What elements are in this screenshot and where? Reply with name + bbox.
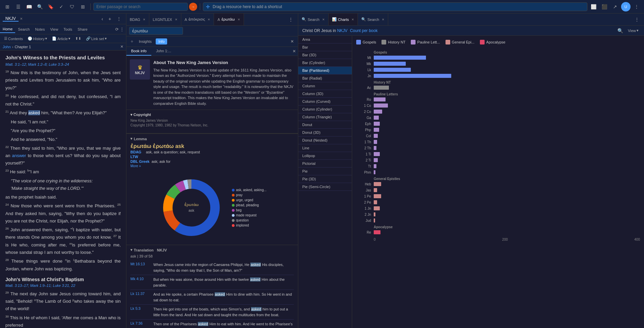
nav-icon2[interactable]: ⋮ [120, 27, 124, 32]
article-btn[interactable]: 📄 Article ▾ [51, 36, 72, 41]
close-search-left[interactable]: ✕ [322, 18, 325, 21]
tab-charts[interactable]: 📊 Charts ✕ [329, 13, 358, 25]
chart-type-line[interactable]: Line [298, 144, 352, 152]
tab-book-info[interactable]: Book info [126, 47, 151, 56]
close-search-right[interactable]: ✕ [382, 18, 385, 21]
chart-type-bar-part[interactable]: Bar (Partitioned) [298, 67, 352, 74]
bar-label-eph: Eph [359, 122, 372, 126]
chart-type-col-tri[interactable]: Column (Triangle) [298, 113, 352, 121]
contents-btn[interactable]: ☰ Contents [3, 36, 24, 41]
legend-gospels: Gospels [356, 40, 376, 44]
insights-panel: BDAG ✕ LXGNTLEX ✕ Α ἀπόκρισις ✕ Α ἐρωτάω… [126, 13, 298, 328]
tab-john-ref[interactable]: John 1:... [151, 47, 176, 56]
search-submit-icon[interactable]: → [189, 3, 197, 11]
chart-type-bar[interactable]: Bar [298, 43, 352, 51]
passage-search-input[interactable] [93, 3, 188, 11]
chart-type-pie3d[interactable]: Pie (3D) [298, 175, 352, 183]
ins-tab-info[interactable]: Info [156, 38, 167, 44]
breadcrumb-chapter[interactable]: Chapter 1 [15, 45, 31, 49]
chart-type-col-curv[interactable]: Column (Curved) [298, 98, 352, 106]
collapse-icon[interactable]: ▾ [130, 137, 132, 141]
legend-request: made request [232, 213, 267, 217]
chart-type-donut[interactable]: Donut [298, 121, 352, 129]
chart-type-lollipop[interactable]: Lollipop [298, 152, 352, 160]
count-link[interactable]: Count per book [350, 28, 377, 33]
chart-type-pictorial[interactable]: Pictorial [298, 160, 352, 168]
zoom-icon[interactable]: 🔍 [617, 28, 623, 33]
more-icon[interactable]: ⋮ [632, 2, 641, 11]
chart-type-pie[interactable]: Pie [298, 168, 352, 175]
bar-fill-eph [374, 122, 380, 126]
chart-type-bar-cyl[interactable]: Bar (Cylinder) [298, 59, 352, 67]
chart-type-donut-nest[interactable]: Donut (Nested) [298, 137, 352, 144]
bar-mk: Mk [359, 61, 640, 66]
tab-share[interactable]: Share [75, 26, 90, 33]
nav-icon1[interactable]: ⟳ [115, 27, 119, 32]
close-book-info[interactable]: ✕ [290, 47, 298, 56]
breadcrumb-book[interactable]: John [3, 45, 11, 49]
view-btn[interactable]: View ▾ [626, 28, 640, 33]
home-icon[interactable]: ⊞ [3, 2, 12, 11]
tab-erotao[interactable]: Α ἐρωτάω ✕ [214, 13, 244, 25]
panel-menu[interactable]: ⋮ [115, 16, 123, 22]
book-icon[interactable]: 📖 [24, 2, 34, 11]
greek-word-input[interactable] [129, 27, 183, 35]
answer-link[interactable]: answer [12, 153, 26, 158]
share-icon[interactable]: ↗ [610, 2, 620, 11]
tab-view[interactable]: View [48, 26, 61, 33]
apps-icon[interactable]: ⊞ [78, 2, 88, 11]
chart-visualization: Gospels History NT Pauline Lett... Gener… [352, 36, 644, 328]
bookmark-icon[interactable]: 🔖 [46, 2, 55, 11]
collapse-trans-icon[interactable]: ▾ [130, 248, 132, 252]
close-lxg[interactable]: ✕ [175, 18, 178, 21]
bar-jas: Jas [359, 187, 640, 193]
tab-search-left[interactable]: 🔍 Search ✕ [298, 13, 329, 25]
close-bdag[interactable]: ✕ [143, 18, 146, 21]
chart-type-col[interactable]: Column [298, 82, 352, 90]
user-avatar[interactable]: U [621, 2, 631, 11]
chart-type-col3d[interactable]: Column (3D) [298, 90, 352, 98]
panel-add[interactable]: + [106, 16, 113, 22]
ins-tab-insights[interactable]: Insights [136, 38, 154, 44]
chart-type-bar3d[interactable]: Bar (3D) [298, 51, 352, 59]
layout1-icon[interactable]: ⬜ [589, 2, 598, 11]
close-erotao[interactable]: ✕ [238, 18, 240, 21]
nkjv-tab[interactable]: NKJV [3, 16, 19, 22]
tab-notes[interactable]: Notes [32, 26, 48, 33]
layout2-icon[interactable]: ⬛ [600, 2, 609, 11]
breadcrumb-sep: › [12, 45, 13, 49]
search-icon-top[interactable]: 🔍 [35, 2, 44, 11]
link-set-btn[interactable]: 🔗 Link set ▾ [85, 36, 108, 41]
close-panel-btn[interactable]: ✕ [120, 44, 123, 49]
chart-type-bar-rad[interactable]: Bar (Radial) [298, 74, 352, 82]
shield-icon[interactable]: 🛡 [67, 2, 77, 11]
chart-type-col-cyl[interactable]: Column (Cylinder) [298, 106, 352, 113]
close-charts[interactable]: ✕ [351, 18, 354, 21]
chart-type-area[interactable]: Area [298, 36, 352, 43]
trans-row-lk736: Lk 7:36 Then one of the Pharisees asked … [130, 320, 294, 328]
resource-bar[interactable]: ✛ Drag a resource here to add a shortcut [203, 2, 587, 11]
tab-lxgntlex[interactable]: LXGNTLEX ✕ [149, 13, 181, 25]
source-dbl: DBL Greek ask; ask for [130, 159, 294, 163]
close-insights[interactable]: ✕ [290, 39, 294, 44]
chart-type-pie-semi[interactable]: Pie (Semi-Circle) [298, 183, 352, 191]
tab-search-right[interactable]: 🔍 Search ✕ [358, 13, 388, 25]
resource-link[interactable]: NKJV [337, 28, 347, 33]
tab-bdag[interactable]: BDAG ✕ [126, 13, 149, 25]
arrows-btn[interactable]: ⬆⬇ [74, 36, 83, 41]
tab-home[interactable]: Home [0, 26, 15, 33]
tab-apokrisis[interactable]: Α ἀπόκρισις ✕ [181, 13, 214, 25]
more-link[interactable]: More » [130, 164, 294, 168]
list-icon[interactable]: ☰ [13, 2, 23, 11]
mid-panel-menu[interactable]: ⋮ [286, 16, 295, 23]
close-nkjv-tab[interactable]: ✕ [19, 17, 24, 21]
tab-tools[interactable]: Tools [61, 26, 75, 33]
right-panel-menu[interactable]: ⋮ [633, 16, 641, 23]
close-apokrisis[interactable]: ✕ [208, 18, 210, 21]
clock-icon: 🕐 [28, 36, 32, 41]
check-icon[interactable]: ✓ [57, 2, 66, 11]
tab-search[interactable]: Search [15, 26, 32, 33]
history-btn[interactable]: 🕐 History ▾ [26, 36, 49, 41]
panel-arrow-left[interactable]: ‹ [99, 16, 105, 22]
chart-type-donut3d[interactable]: Donut (3D) [298, 129, 352, 137]
